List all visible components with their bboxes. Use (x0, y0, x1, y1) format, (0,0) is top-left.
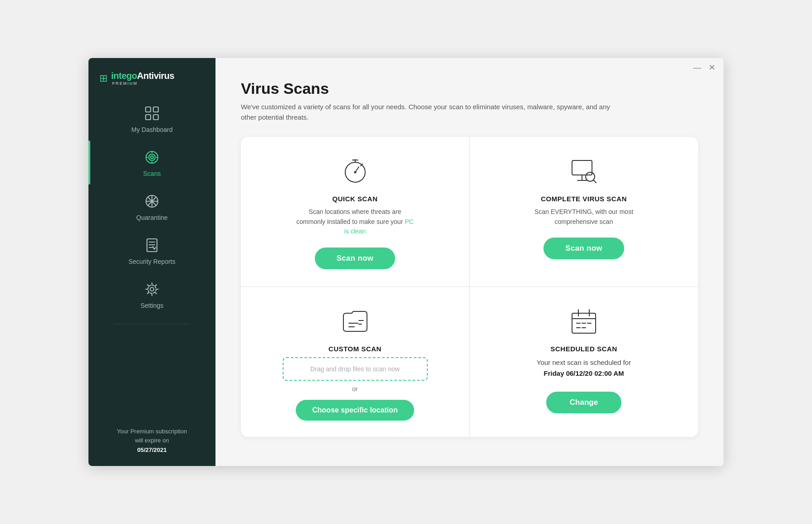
logo-icon: ⊞ (99, 73, 108, 84)
sidebar-item-dashboard[interactable]: My Dashboard (88, 97, 215, 141)
custom-scan-label: CUSTOM SCAN (328, 345, 382, 353)
quick-scan-icon (339, 155, 372, 188)
svg-rect-1 (153, 107, 158, 112)
settings-icon (144, 281, 160, 299)
custom-scan-icon (339, 305, 372, 338)
app-window: — ✕ ⊞ integoAntivirus PREMIUM (88, 58, 724, 466)
svg-point-26 (354, 171, 356, 174)
sidebar-divider (114, 324, 190, 324)
logo-tier: PREMIUM (112, 81, 174, 86)
scan-grid: QUICK SCAN Scan locations where threats … (241, 137, 698, 437)
complete-scan-cell: COMPLETE VIRUS SCAN Scan EVERYTHING, wit… (470, 137, 698, 287)
scheduled-scan-info: Your next scan is scheduled for Friday 0… (537, 357, 631, 379)
complete-scan-button[interactable]: Scan now (543, 238, 624, 259)
schedule-time: Friday 06/12/20 02:00 AM (543, 369, 624, 377)
scan-card: QUICK SCAN Scan locations where threats … (241, 137, 698, 437)
svg-point-20 (150, 287, 154, 291)
scans-icon (144, 150, 160, 167)
svg-point-5 (149, 154, 155, 160)
sidebar: ⊞ integoAntivirus PREMIUM My Dashboard (88, 58, 215, 466)
scheduled-scan-cell: SCHEDULED SCAN Your next scan is schedul… (470, 287, 698, 437)
scheduled-scan-icon (567, 305, 600, 338)
sidebar-item-scans[interactable]: Scans (88, 141, 215, 184)
scheduled-scan-label: SCHEDULED SCAN (550, 345, 617, 353)
logo-block: integoAntivirus PREMIUM (111, 71, 174, 86)
complete-scan-label: COMPLETE VIRUS SCAN (541, 195, 627, 203)
quarantine-icon (144, 194, 160, 211)
footer-expiry: 05/27/2021 (137, 446, 166, 453)
or-text: or (352, 385, 357, 393)
quick-scan-button[interactable]: Scan now (315, 247, 396, 269)
svg-point-6 (151, 156, 153, 159)
svg-rect-3 (153, 115, 158, 120)
minimize-button[interactable]: — (693, 63, 701, 72)
title-bar: — ✕ (685, 58, 724, 77)
logo-brand: integoAntivirus (111, 71, 174, 81)
quick-scan-label: QUICK SCAN (332, 195, 377, 203)
sidebar-logo: ⊞ integoAntivirus PREMIUM (88, 58, 215, 97)
custom-scan-cell: CUSTOM SCAN Drag and drop files to scan … (241, 287, 470, 437)
complete-scan-icon (567, 155, 600, 188)
svg-point-21 (148, 285, 156, 293)
close-button[interactable]: ✕ (709, 63, 715, 72)
footer-line2: will expire on (135, 437, 169, 444)
settings-label: Settings (141, 302, 164, 309)
reports-icon (144, 238, 160, 255)
svg-rect-0 (146, 107, 151, 112)
sidebar-item-reports[interactable]: Security Reports (88, 228, 215, 272)
page-subtitle: We've customized a variety of scans for … (241, 102, 613, 122)
page-title: Virus Scans (241, 80, 698, 97)
sidebar-item-quarantine[interactable]: Quarantine (88, 184, 215, 228)
main-content: Virus Scans We've customized a variety o… (215, 58, 724, 466)
quarantine-label: Quarantine (136, 214, 167, 221)
scans-label: Scans (143, 170, 161, 177)
quick-scan-cell: QUICK SCAN Scan locations where threats … (241, 137, 470, 287)
svg-line-32 (593, 180, 596, 183)
choose-location-button[interactable]: Choose specific location (296, 400, 414, 421)
change-schedule-button[interactable]: Change (546, 392, 621, 413)
footer-line1: Your Premium subscription (117, 428, 187, 435)
quick-scan-description: Scan locations where threats are commonl… (296, 207, 414, 237)
dashboard-icon (144, 106, 160, 123)
dashboard-label: My Dashboard (131, 126, 172, 133)
sidebar-item-settings[interactable]: Settings (88, 272, 215, 316)
complete-scan-description: Scan EVERYTHING, with our most comprehen… (525, 207, 643, 227)
drag-drop-zone[interactable]: Drag and drop files to scan now (283, 357, 428, 381)
svg-rect-2 (146, 115, 151, 120)
logo-row: integoAntivirus (111, 71, 174, 81)
subscription-info: Your Premium subscription will expire on… (106, 416, 198, 466)
reports-label: Security Reports (128, 258, 175, 265)
